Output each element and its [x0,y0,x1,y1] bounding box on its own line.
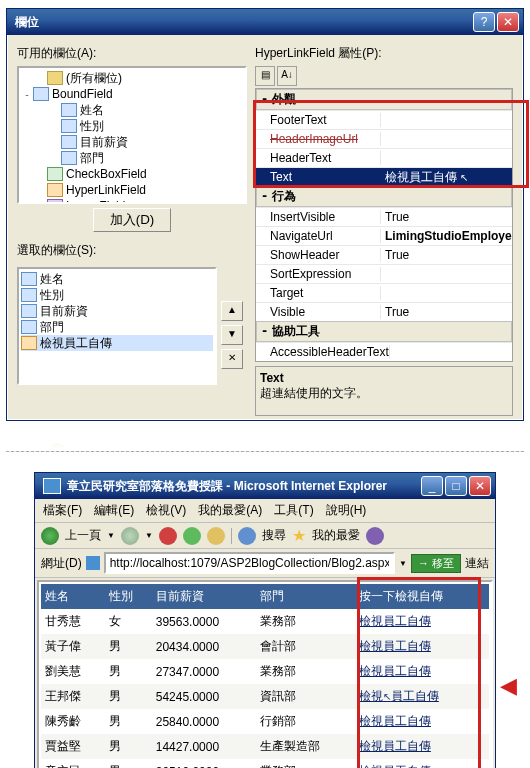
menu-item[interactable]: 檢視(V) [146,502,186,519]
menu-item[interactable]: 檔案(F) [43,502,82,519]
propgrid-category[interactable]: -協助工具 [256,321,512,342]
table-row: 甘秀慧女39563.0000業務部檢視員工自傳 [41,609,489,634]
view-resume-link[interactable]: 檢視員工自傳 [359,664,431,678]
view-resume-link[interactable]: 檢視員工自傳 [359,639,431,653]
address-input[interactable] [104,552,395,574]
list-item[interactable]: 姓名 [21,271,213,287]
view-resume-link[interactable]: 檢視↖員工自傳 [359,689,439,703]
column-header: 性別 [105,584,152,609]
column-header: 部門 [256,584,355,609]
ie-icon [43,478,61,494]
propgrid-category[interactable]: -外觀 [256,89,512,110]
properties-label: HyperLinkField 屬性(P): [255,45,513,62]
selected-fields-label: 選取的欄位(S): [17,242,247,259]
list-item[interactable]: 部門 [21,319,213,335]
delete-button[interactable]: ✕ [221,349,243,369]
tree-item[interactable]: (所有欄位) [35,70,243,86]
tree-item[interactable]: -BoundField [21,86,243,102]
list-item[interactable]: 檢視員工自傳 [21,335,213,351]
propgrid-help: Text 超連結使用的文字。 [255,366,513,416]
tree-item[interactable]: HyperLinkField [35,182,243,198]
propgrid-row[interactable]: AccessibleHeaderText [256,342,512,361]
search-icon[interactable] [238,527,256,545]
table-row: 陳秀齡男25840.0000行銷部檢視員工自傳 [41,709,489,734]
close-button[interactable]: ✕ [497,12,519,32]
stop-button[interactable] [159,527,177,545]
go-button[interactable]: → 移至 [411,554,461,573]
annotation-arrow: ◀ [500,673,517,699]
tree-item[interactable]: ImageField [35,198,243,204]
table-row: 章立民男30510.0000業務部檢視員工自傳 [41,759,489,768]
menu-item[interactable]: 我的最愛(A) [198,502,262,519]
view-resume-link[interactable]: 檢視員工自傳 [359,714,431,728]
menubar[interactable]: 檔案(F)編輯(E)檢視(V)我的最愛(A)工具(T)說明(H) [35,499,495,523]
propgrid-row[interactable]: InsertVisibleTrue [256,207,512,226]
table-row: 黃子偉男20434.0000會計部檢視員工自傳 [41,634,489,659]
search-label[interactable]: 搜尋 [262,527,286,544]
column-header: 目前薪資 [152,584,256,609]
help-title: Text [260,371,284,385]
tree-item[interactable]: 部門 [49,150,243,166]
categorized-button[interactable]: ▤ [255,66,275,86]
menu-item[interactable]: 工具(T) [274,502,313,519]
propgrid-row[interactable]: SortExpression [256,264,512,283]
ie-browser-window: 章立民研究室部落格免費授課 - Microsoft Internet Explo… [34,472,496,768]
propgrid-row[interactable]: VisibleTrue [256,302,512,321]
property-grid[interactable]: -外觀 FooterTextHeaderImageUrlHeaderTextTe… [255,88,513,362]
minimize-button[interactable]: _ [421,476,443,496]
toolbar: 上一頁 ▼ ▼ 搜尋 ★ 我的最愛 [35,523,495,549]
view-resume-link[interactable]: 檢視員工自傳 [359,614,431,628]
list-item[interactable]: 性別 [21,287,213,303]
propgrid-category[interactable]: -行為 [256,186,512,207]
view-resume-link[interactable]: 檢視員工自傳 [359,764,431,768]
fields-dialog: 欄位 ? ✕ 可用的欄位(A): (所有欄位)-BoundField 姓名 性別… [6,8,524,421]
tree-item[interactable]: 目前薪資 [49,134,243,150]
back-label[interactable]: 上一頁 [65,527,101,544]
browser-title: 章立民研究室部落格免費授課 - Microsoft Internet Explo… [67,478,419,495]
view-resume-link[interactable]: 檢視員工自傳 [359,739,431,753]
menu-item[interactable]: 編輯(E) [94,502,134,519]
dialog-title: 欄位 [15,14,471,31]
page-icon [86,556,100,570]
refresh-button[interactable] [183,527,201,545]
address-bar: 網址(D) ▼ → 移至 連結 [35,549,495,578]
address-label: 網址(D) [41,555,82,572]
back-button[interactable] [41,527,59,545]
propgrid-row[interactable]: HeaderText [256,148,512,167]
browser-close-button[interactable]: ✕ [469,476,491,496]
table-row: 劉美慧男27347.0000業務部檢視員工自傳 [41,659,489,684]
propgrid-row[interactable]: HeaderImageUrl [256,129,512,148]
browser-titlebar[interactable]: 章立民研究室部落格免費授課 - Microsoft Internet Explo… [35,473,495,499]
help-button[interactable]: ? [473,12,495,32]
torn-edge [6,421,524,452]
propgrid-row[interactable]: ShowHeaderTrue [256,245,512,264]
selected-fields-list[interactable]: 姓名性別目前薪資部門檢視員工自傳 [17,267,217,385]
move-down-button[interactable]: ▼ [221,325,243,345]
menu-item[interactable]: 說明(H) [326,502,367,519]
forward-button[interactable] [121,527,139,545]
propgrid-row[interactable]: FooterText [256,110,512,129]
favorites-icon[interactable]: ★ [292,526,306,545]
history-button[interactable] [366,527,384,545]
tree-item[interactable]: 性別 [49,118,243,134]
propgrid-row[interactable]: NavigateUrlLimingStudioEmploye [256,226,512,245]
propgrid-row[interactable]: Target [256,283,512,302]
column-header: 按一下檢視自傳 [355,584,489,609]
browser-content: 姓名性別目前薪資部門按一下檢視自傳甘秀慧女39563.0000業務部檢視員工自傳… [37,580,493,768]
propgrid-row[interactable]: Text檢視員工自傳 ↖ [256,167,512,186]
maximize-button[interactable]: □ [445,476,467,496]
tree-item[interactable]: 姓名 [49,102,243,118]
column-header: 姓名 [41,584,105,609]
home-button[interactable] [207,527,225,545]
dialog-titlebar[interactable]: 欄位 ? ✕ [7,9,523,35]
alphabetical-button[interactable]: A↓ [277,66,297,86]
table-row: 王邦傑男54245.0000資訊部檢視↖員工自傳 [41,684,489,709]
data-grid: 姓名性別目前薪資部門按一下檢視自傳甘秀慧女39563.0000業務部檢視員工自傳… [41,584,489,768]
links-label[interactable]: 連結 [465,555,489,572]
list-item[interactable]: 目前薪資 [21,303,213,319]
move-up-button[interactable]: ▲ [221,301,243,321]
add-button[interactable]: 加入(D) [93,208,172,232]
favorites-label[interactable]: 我的最愛 [312,527,360,544]
tree-item[interactable]: CheckBoxField [35,166,243,182]
available-fields-tree[interactable]: (所有欄位)-BoundField 姓名 性別 目前薪資 部門 CheckBox… [17,66,247,204]
